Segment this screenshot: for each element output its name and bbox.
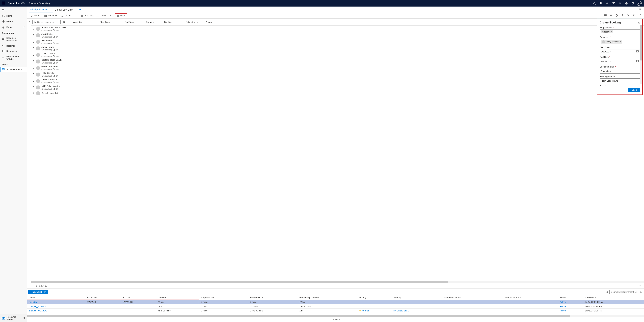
col-proposed[interactable]: Proposed Dur... bbox=[200, 295, 248, 300]
col-time-to[interactable]: Time To Promised bbox=[503, 295, 558, 300]
status-link[interactable]: Active bbox=[560, 305, 566, 308]
search-input[interactable] bbox=[37, 21, 59, 23]
sort-button[interactable] bbox=[62, 20, 66, 24]
col-to-date[interactable]: To Date bbox=[121, 295, 156, 300]
resource-row[interactable]: On-call specialists bbox=[31, 91, 644, 96]
lightbulb-icon[interactable] bbox=[598, 0, 604, 6]
close-icon[interactable]: ✕ bbox=[638, 21, 640, 24]
collapse-board-button[interactable] bbox=[639, 284, 642, 288]
resource-row[interactable]: Alex Baker (0m booked) 0% bbox=[31, 39, 644, 45]
prev-page-button[interactable]: ‹ bbox=[34, 285, 34, 287]
nav-home[interactable]: Home bbox=[0, 13, 27, 18]
panel-scrollbar[interactable] bbox=[640, 25, 642, 84]
col-fulfilled[interactable]: Fulfilled Durat... bbox=[248, 295, 298, 300]
req-horizontal-scrollbar[interactable] bbox=[27, 315, 644, 317]
filter-icon[interactable] bbox=[610, 0, 617, 6]
requirement-name-link[interactable]: Sample_WO00011 bbox=[29, 305, 48, 308]
col-name[interactable]: Name bbox=[27, 295, 85, 300]
nav-recent[interactable]: Recent bbox=[0, 18, 27, 24]
expand-icon[interactable] bbox=[32, 86, 35, 89]
user-avatar[interactable]: MA bbox=[637, 1, 642, 6]
submit-book-button[interactable]: Book bbox=[628, 88, 640, 92]
table-row[interactable]: Sample_WO00011 2 hrs 0 mins 45 mins 1 hr… bbox=[27, 304, 644, 309]
search-icon[interactable] bbox=[591, 0, 598, 6]
resource-input[interactable]: Avery Howard✕ bbox=[600, 39, 640, 44]
col-from-date[interactable]: From Date bbox=[85, 295, 121, 300]
gear-icon[interactable] bbox=[617, 0, 623, 6]
col-remaining[interactable]: Remaining Duration bbox=[298, 295, 358, 300]
resource-row[interactable]: MOD Administrator (0m booked) 0% bbox=[31, 84, 644, 91]
requirement-search-input[interactable] bbox=[610, 290, 638, 294]
add-icon[interactable] bbox=[604, 0, 610, 6]
app-launcher-icon[interactable] bbox=[2, 2, 5, 5]
column-end-time[interactable]: End Time bbox=[123, 21, 143, 23]
filters-button[interactable]: Filters bbox=[29, 14, 41, 18]
status-link[interactable]: Active bbox=[560, 301, 566, 303]
expand-icon[interactable] bbox=[32, 92, 35, 95]
refresh-icon[interactable] bbox=[631, 13, 636, 18]
start-date-input[interactable]: 2/20/2023 bbox=[600, 49, 640, 54]
col-duration[interactable]: Duration bbox=[156, 295, 200, 300]
expand-icon[interactable] bbox=[32, 66, 35, 69]
book-button[interactable]: Book bbox=[115, 13, 127, 18]
expand-icon[interactable] bbox=[32, 34, 35, 37]
remove-icon[interactable]: ✕ bbox=[620, 40, 621, 43]
resource-row[interactable]: Gerald Stephens (0m booked) 0% bbox=[31, 65, 644, 71]
resource-row[interactable]: David Mallory (0m booked) 0% bbox=[31, 52, 644, 58]
resource-row[interactable]: Doctor's office Seattle (0m booked) 0% bbox=[31, 58, 644, 65]
requirement-name-link[interactable]: Sample_WO13941 bbox=[29, 310, 48, 312]
table-row[interactable]: Sample_WO13941 3 hrs 30 mins 0 mins 2 hr… bbox=[27, 309, 644, 313]
status-link[interactable]: Active bbox=[560, 310, 566, 312]
next-page-button[interactable]: › bbox=[342, 318, 342, 321]
hamburger-icon[interactable] bbox=[0, 6, 27, 13]
column-duration[interactable]: Duration bbox=[144, 21, 161, 23]
table-row[interactable]: multiday 2/20/2023 2/24/2023 72 hrs 0 mi… bbox=[27, 300, 644, 304]
focus-mode-icon[interactable] bbox=[637, 8, 643, 11]
nav-requirement-groups[interactable]: Requirement Groups bbox=[0, 54, 27, 61]
details-icon[interactable] bbox=[608, 13, 614, 18]
col-created[interactable]: Created On bbox=[584, 295, 644, 300]
tab-menu-icon[interactable]: ⋮ bbox=[74, 8, 76, 11]
nav-schedule-board[interactable]: Schedule Board bbox=[0, 67, 27, 72]
tab-on-call-pool-view[interactable]: On-call pool view⋮ bbox=[53, 6, 78, 13]
column-availability[interactable]: Availability bbox=[72, 21, 97, 23]
timescale-dropdown[interactable]: Hourly bbox=[43, 14, 58, 18]
booking-status-dropdown[interactable]: Committed bbox=[600, 69, 640, 73]
expand-filters-button[interactable] bbox=[27, 18, 31, 289]
next-date-button[interactable] bbox=[107, 13, 113, 18]
expand-icon[interactable] bbox=[32, 53, 35, 57]
remove-icon[interactable]: ✕ bbox=[610, 31, 612, 33]
column-priority[interactable]: Priority bbox=[204, 21, 217, 23]
column-booking[interactable]: Booking bbox=[162, 21, 183, 23]
nav-resources[interactable]: Resources bbox=[0, 48, 27, 54]
assistant-icon[interactable] bbox=[630, 0, 636, 6]
booking-method-dropdown[interactable]: Front Load Hours bbox=[600, 78, 640, 83]
next-page-button[interactable]: › bbox=[49, 285, 50, 287]
search-resources-input[interactable] bbox=[32, 20, 60, 24]
expand-icon[interactable] bbox=[32, 60, 35, 63]
legend-icon[interactable] bbox=[620, 13, 625, 18]
expand-icon[interactable] bbox=[32, 40, 35, 43]
requirement-name-link[interactable]: multiday bbox=[29, 301, 37, 303]
alert-icon[interactable] bbox=[614, 13, 620, 18]
horizontal-scrollbar[interactable] bbox=[31, 281, 644, 283]
end-date-input[interactable]: 2/24/2023 bbox=[600, 59, 640, 64]
resource-row[interactable]: Jeremy Johnson (0m booked) 0% bbox=[31, 78, 644, 84]
resource-row[interactable]: Avery Howard (0m booked) 0% bbox=[31, 45, 644, 52]
expand-icon[interactable] bbox=[637, 13, 642, 18]
requirement-input[interactable]: multiday✕ bbox=[600, 29, 640, 34]
map-icon[interactable] bbox=[603, 13, 608, 18]
calendar-icon[interactable] bbox=[636, 60, 639, 63]
resource-row[interactable]: Halle Griffiths (0m booked) 0% bbox=[31, 71, 644, 78]
expand-icon[interactable] bbox=[32, 79, 35, 83]
find-availability-button[interactable]: Find Availability bbox=[28, 290, 48, 294]
column-start-time[interactable]: Start Time bbox=[98, 21, 122, 23]
nav-bookings[interactable]: Bookings bbox=[0, 43, 27, 48]
nav-pinned[interactable]: Pinned bbox=[0, 24, 27, 30]
col-priority[interactable]: Priority bbox=[358, 295, 392, 300]
prev-page-button[interactable]: ‹ bbox=[329, 318, 330, 321]
add-tab-button[interactable]: + bbox=[78, 8, 83, 11]
search-icon[interactable] bbox=[606, 291, 608, 293]
settings-icon[interactable] bbox=[626, 13, 631, 18]
date-range-picker[interactable]: 2/21/2023 - 2/27/2023 bbox=[80, 14, 107, 18]
